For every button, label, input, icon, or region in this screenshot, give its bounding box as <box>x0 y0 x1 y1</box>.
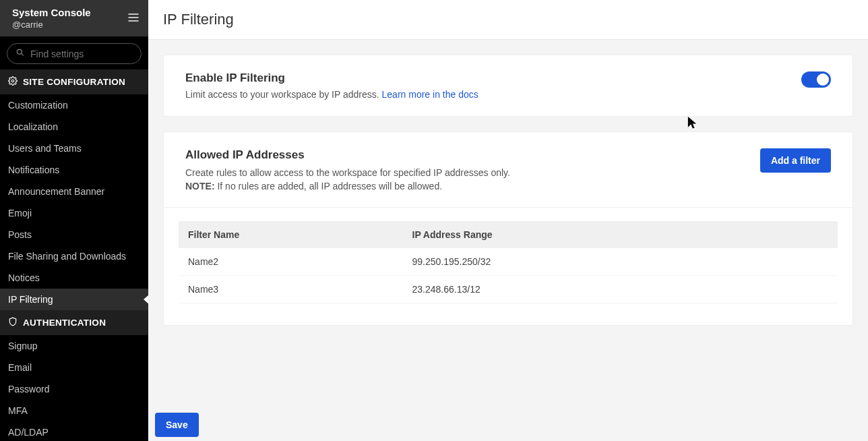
filter-range-cell: 99.250.195.250/32 <box>403 248 838 276</box>
sidebar-item-notifications[interactable]: Notifications <box>0 159 148 181</box>
filter-range-cell: 23.248.66.13/12 <box>403 275 838 303</box>
sidebar-item-ad-ldap[interactable]: AD/LDAP <box>0 421 148 441</box>
section-label: SITE CONFIGURATION <box>23 77 125 87</box>
section-label: AUTHENTICATION <box>23 318 106 328</box>
sidebar: System Console @carrie SITE CONFIGURATIO… <box>0 0 148 441</box>
sidebar-item-localization[interactable]: Localization <box>0 116 148 138</box>
enable-title: Enable IP Filtering <box>185 71 478 85</box>
console-title: System Console <box>12 7 91 18</box>
current-user: @carrie <box>12 20 91 30</box>
allowed-note: NOTE: If no rules are added, all IP addr… <box>185 179 510 193</box>
learn-more-link[interactable]: Learn more in the docs <box>382 89 478 100</box>
enable-ip-filtering-card: Enable IP Filtering Limit access to your… <box>163 55 853 117</box>
allowed-ip-card: Allowed IP Addresses Create rules to all… <box>163 131 853 326</box>
col-filter-name: Filter Name <box>179 221 403 248</box>
sidebar-item-password[interactable]: Password <box>0 378 148 400</box>
sidebar-item-email[interactable]: Email <box>0 357 148 378</box>
search-settings[interactable] <box>7 43 142 64</box>
svg-point-3 <box>17 49 22 54</box>
sidebar-item-ip-filtering[interactable]: IP Filtering <box>0 289 148 310</box>
sidebar-item-posts[interactable]: Posts <box>0 224 148 245</box>
menu-icon[interactable] <box>127 11 140 26</box>
search-input[interactable] <box>30 49 133 59</box>
col-ip-range: IP Address Range <box>403 221 838 248</box>
enable-desc: Limit access to your workspace by IP add… <box>185 89 478 100</box>
enable-toggle[interactable] <box>801 71 831 88</box>
svg-line-4 <box>21 53 23 55</box>
sidebar-header: System Console @carrie <box>0 0 148 36</box>
sidebar-item-notices[interactable]: Notices <box>0 267 148 289</box>
svg-point-5 <box>11 80 14 82</box>
sidebar-item-customization[interactable]: Customization <box>0 94 148 116</box>
sidebar-item-signup[interactable]: Signup <box>0 335 148 357</box>
sidebar-item-emoji[interactable]: Emoji <box>0 202 148 224</box>
table-row[interactable]: Name299.250.195.250/32 <box>179 248 838 276</box>
page-header: IP Filtering <box>148 0 868 40</box>
table-row[interactable]: Name323.248.66.13/12 <box>179 275 838 303</box>
allowed-desc: Create rules to allow access to the work… <box>185 166 510 179</box>
add-filter-button[interactable]: Add a filter <box>760 148 831 173</box>
shield-icon <box>8 317 18 328</box>
sidebar-item-users-and-teams[interactable]: Users and Teams <box>0 138 148 159</box>
search-icon <box>16 48 25 59</box>
save-button[interactable]: Save <box>155 413 199 437</box>
filter-name-cell: Name3 <box>179 275 403 303</box>
sidebar-item-mfa[interactable]: MFA <box>0 400 148 421</box>
gear-icon <box>8 76 18 88</box>
main: IP Filtering Enable IP Filtering Limit a… <box>148 0 868 441</box>
page-title: IP Filtering <box>163 11 853 28</box>
filter-name-cell: Name2 <box>179 248 403 276</box>
sidebar-item-announcement-banner[interactable]: Announcement Banner <box>0 181 148 202</box>
allowed-title: Allowed IP Addresses <box>185 148 510 162</box>
section-authentication[interactable]: AUTHENTICATION <box>0 310 148 335</box>
filters-table: Filter Name IP Address Range Name299.250… <box>179 221 838 303</box>
sidebar-item-file-sharing-and-downloads[interactable]: File Sharing and Downloads <box>0 245 148 267</box>
section-site-configuration[interactable]: SITE CONFIGURATION <box>0 69 148 94</box>
